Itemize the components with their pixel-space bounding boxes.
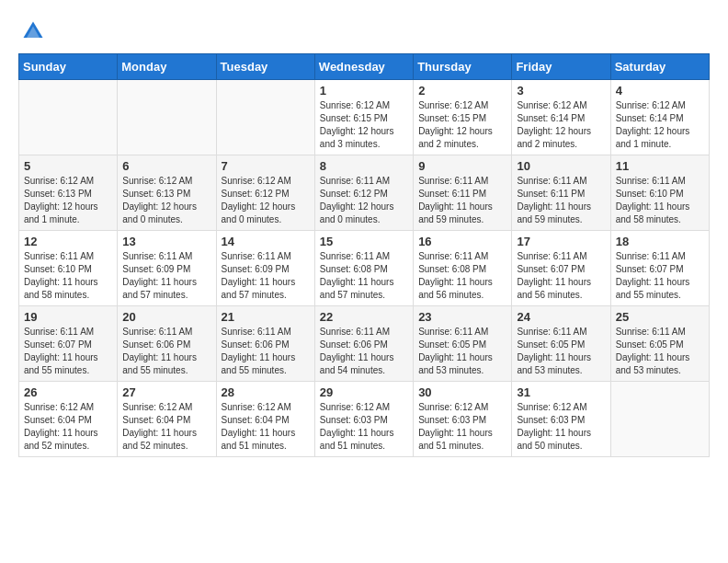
calendar-cell: 5Sunrise: 6:12 AM Sunset: 6:13 PM Daylig… <box>19 155 118 231</box>
calendar-cell: 24Sunrise: 6:11 AM Sunset: 6:05 PM Dayli… <box>512 306 610 382</box>
calendar-cell: 1Sunrise: 6:12 AM Sunset: 6:15 PM Daylig… <box>314 80 413 155</box>
logo-icon <box>20 18 46 44</box>
calendar-cell: 30Sunrise: 6:12 AM Sunset: 6:03 PM Dayli… <box>414 382 512 457</box>
calendar-cell: 19Sunrise: 6:11 AM Sunset: 6:07 PM Dayli… <box>19 306 118 382</box>
calendar-cell: 28Sunrise: 6:12 AM Sunset: 6:04 PM Dayli… <box>216 382 314 457</box>
day-info: Sunrise: 6:12 AM Sunset: 6:13 PM Dayligh… <box>24 175 112 226</box>
calendar-cell <box>118 80 216 155</box>
day-info: Sunrise: 6:11 AM Sunset: 6:06 PM Dayligh… <box>320 326 408 377</box>
day-info: Sunrise: 6:11 AM Sunset: 6:07 PM Dayligh… <box>517 250 605 302</box>
day-info: Sunrise: 6:11 AM Sunset: 6:06 PM Dayligh… <box>222 326 310 377</box>
day-number: 7 <box>222 159 310 173</box>
weekday-sunday: Sunday <box>19 54 118 80</box>
day-info: Sunrise: 6:11 AM Sunset: 6:08 PM Dayligh… <box>320 250 408 302</box>
day-number: 29 <box>320 385 408 399</box>
day-info: Sunrise: 6:12 AM Sunset: 6:15 PM Dayligh… <box>418 99 506 151</box>
calendar-cell: 27Sunrise: 6:12 AM Sunset: 6:04 PM Dayli… <box>118 382 216 457</box>
day-number: 5 <box>24 159 112 173</box>
day-number: 27 <box>122 385 210 399</box>
calendar-cell: 10Sunrise: 6:11 AM Sunset: 6:11 PM Dayli… <box>512 155 610 231</box>
day-info: Sunrise: 6:11 AM Sunset: 6:10 PM Dayligh… <box>616 175 704 226</box>
day-info: Sunrise: 6:12 AM Sunset: 6:14 PM Dayligh… <box>517 99 605 151</box>
calendar-cell: 18Sunrise: 6:11 AM Sunset: 6:07 PM Dayli… <box>610 231 709 306</box>
day-number: 19 <box>24 310 112 324</box>
calendar-cell: 20Sunrise: 6:11 AM Sunset: 6:06 PM Dayli… <box>118 306 216 382</box>
calendar-table: SundayMondayTuesdayWednesdayThursdayFrid… <box>18 53 710 457</box>
day-info: Sunrise: 6:11 AM Sunset: 6:12 PM Dayligh… <box>320 175 408 226</box>
calendar-cell: 13Sunrise: 6:11 AM Sunset: 6:09 PM Dayli… <box>118 231 216 306</box>
day-info: Sunrise: 6:11 AM Sunset: 6:08 PM Dayligh… <box>418 250 506 302</box>
day-number: 17 <box>517 235 605 248</box>
calendar-cell: 12Sunrise: 6:11 AM Sunset: 6:10 PM Dayli… <box>19 231 118 306</box>
day-number: 23 <box>418 310 506 324</box>
day-info: Sunrise: 6:12 AM Sunset: 6:03 PM Dayligh… <box>418 401 506 453</box>
calendar-cell: 15Sunrise: 6:11 AM Sunset: 6:08 PM Dayli… <box>314 231 413 306</box>
weekday-tuesday: Tuesday <box>216 54 314 80</box>
day-number: 31 <box>517 385 605 399</box>
day-number: 28 <box>222 385 310 399</box>
day-number: 18 <box>616 235 704 248</box>
day-number: 15 <box>320 235 408 248</box>
weekday-thursday: Thursday <box>414 54 512 80</box>
calendar-cell: 25Sunrise: 6:11 AM Sunset: 6:05 PM Dayli… <box>610 306 709 382</box>
day-number: 3 <box>517 84 605 98</box>
day-info: Sunrise: 6:12 AM Sunset: 6:15 PM Dayligh… <box>320 99 408 151</box>
day-info: Sunrise: 6:11 AM Sunset: 6:11 PM Dayligh… <box>418 175 506 226</box>
calendar-cell: 29Sunrise: 6:12 AM Sunset: 6:03 PM Dayli… <box>314 382 413 457</box>
calendar-cell: 9Sunrise: 6:11 AM Sunset: 6:11 PM Daylig… <box>414 155 512 231</box>
day-number: 24 <box>517 310 605 324</box>
day-number: 13 <box>122 235 210 248</box>
day-number: 30 <box>418 385 506 399</box>
calendar-week-2: 5Sunrise: 6:12 AM Sunset: 6:13 PM Daylig… <box>19 155 710 231</box>
day-number: 25 <box>616 310 704 324</box>
calendar-cell <box>19 80 118 155</box>
calendar-cell: 17Sunrise: 6:11 AM Sunset: 6:07 PM Dayli… <box>512 231 610 306</box>
day-info: Sunrise: 6:11 AM Sunset: 6:07 PM Dayligh… <box>24 326 112 377</box>
day-info: Sunrise: 6:11 AM Sunset: 6:09 PM Dayligh… <box>222 250 310 302</box>
calendar-cell: 4Sunrise: 6:12 AM Sunset: 6:14 PM Daylig… <box>610 80 709 155</box>
logo <box>18 18 46 44</box>
day-number: 20 <box>122 310 210 324</box>
calendar-cell: 16Sunrise: 6:11 AM Sunset: 6:08 PM Dayli… <box>414 231 512 306</box>
day-info: Sunrise: 6:12 AM Sunset: 6:04 PM Dayligh… <box>24 401 112 453</box>
day-info: Sunrise: 6:11 AM Sunset: 6:11 PM Dayligh… <box>517 175 605 226</box>
calendar-week-1: 1Sunrise: 6:12 AM Sunset: 6:15 PM Daylig… <box>19 80 710 155</box>
day-info: Sunrise: 6:12 AM Sunset: 6:04 PM Dayligh… <box>122 401 210 453</box>
day-number: 11 <box>616 159 704 173</box>
day-info: Sunrise: 6:11 AM Sunset: 6:09 PM Dayligh… <box>122 250 210 302</box>
calendar-cell: 2Sunrise: 6:12 AM Sunset: 6:15 PM Daylig… <box>414 80 512 155</box>
day-number: 6 <box>122 159 210 173</box>
calendar-cell: 8Sunrise: 6:11 AM Sunset: 6:12 PM Daylig… <box>314 155 413 231</box>
day-info: Sunrise: 6:11 AM Sunset: 6:05 PM Dayligh… <box>418 326 506 377</box>
calendar-cell: 7Sunrise: 6:12 AM Sunset: 6:12 PM Daylig… <box>216 155 314 231</box>
day-number: 10 <box>517 159 605 173</box>
day-number: 2 <box>418 84 506 98</box>
day-info: Sunrise: 6:11 AM Sunset: 6:07 PM Dayligh… <box>616 250 704 302</box>
day-info: Sunrise: 6:12 AM Sunset: 6:04 PM Dayligh… <box>222 401 310 453</box>
day-number: 26 <box>24 385 112 399</box>
weekday-wednesday: Wednesday <box>314 54 413 80</box>
calendar-week-5: 26Sunrise: 6:12 AM Sunset: 6:04 PM Dayli… <box>19 382 710 457</box>
day-number: 4 <box>616 84 704 98</box>
page-header <box>18 18 710 44</box>
day-number: 8 <box>320 159 408 173</box>
weekday-friday: Friday <box>512 54 610 80</box>
day-info: Sunrise: 6:12 AM Sunset: 6:13 PM Dayligh… <box>122 175 210 226</box>
calendar-cell: 6Sunrise: 6:12 AM Sunset: 6:13 PM Daylig… <box>118 155 216 231</box>
calendar-cell: 23Sunrise: 6:11 AM Sunset: 6:05 PM Dayli… <box>414 306 512 382</box>
day-info: Sunrise: 6:12 AM Sunset: 6:12 PM Dayligh… <box>222 175 310 226</box>
calendar-cell <box>610 382 709 457</box>
day-number: 22 <box>320 310 408 324</box>
calendar-week-4: 19Sunrise: 6:11 AM Sunset: 6:07 PM Dayli… <box>19 306 710 382</box>
day-number: 21 <box>222 310 310 324</box>
weekday-monday: Monday <box>118 54 216 80</box>
calendar-cell: 11Sunrise: 6:11 AM Sunset: 6:10 PM Dayli… <box>610 155 709 231</box>
calendar-cell <box>216 80 314 155</box>
weekday-header-row: SundayMondayTuesdayWednesdayThursdayFrid… <box>19 54 710 80</box>
day-number: 16 <box>418 235 506 248</box>
day-info: Sunrise: 6:12 AM Sunset: 6:03 PM Dayligh… <box>320 401 408 453</box>
day-info: Sunrise: 6:11 AM Sunset: 6:05 PM Dayligh… <box>616 326 704 377</box>
day-info: Sunrise: 6:11 AM Sunset: 6:10 PM Dayligh… <box>24 250 112 302</box>
calendar-cell: 31Sunrise: 6:12 AM Sunset: 6:03 PM Dayli… <box>512 382 610 457</box>
day-number: 12 <box>24 235 112 248</box>
